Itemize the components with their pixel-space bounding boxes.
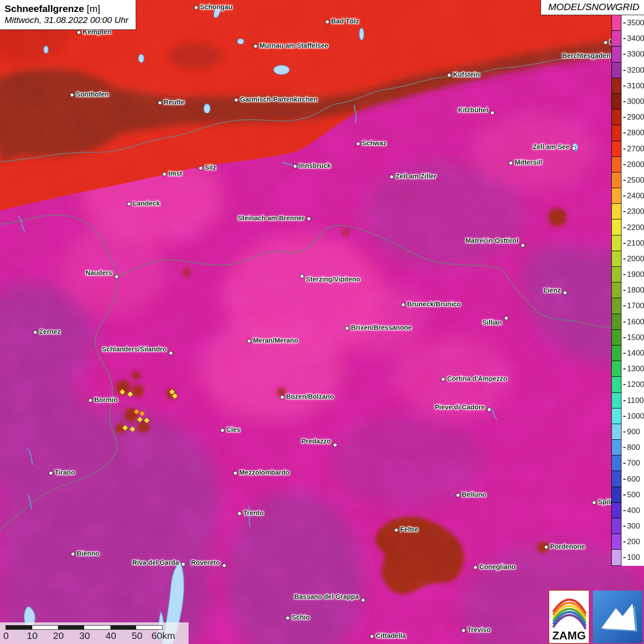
city-label-zell-am-ziller: Zell am Ziller [396, 172, 437, 181]
legend-row: 1600 [611, 314, 644, 330]
city-dot-bad-t-lz [325, 20, 329, 24]
city-dot-predazzo [333, 443, 337, 447]
city-dot-sterzing-vipiteno [300, 274, 304, 278]
city-dot-sillian [504, 316, 508, 320]
legend-color-swatch [611, 345, 621, 361]
city-label-rovereto: Rovereto [191, 558, 220, 567]
legend-value: 1900 [621, 267, 644, 282]
city-dot-bassano-del-grappa [361, 598, 365, 602]
scalebar-segment [136, 626, 162, 629]
legend-row: 800 [611, 440, 644, 455]
city-label-conegliano: Conegliano [479, 563, 516, 571]
legend-value: 800 [621, 440, 644, 455]
city-dot-sonthofen [70, 93, 74, 97]
city-dot-silz [199, 166, 203, 170]
legend-row: 1900 [611, 267, 644, 282]
legend-value: 2600 [621, 157, 644, 172]
legend-color-swatch [611, 141, 621, 157]
legend-color-swatch [611, 235, 621, 251]
city-label-schongau: Schongau [200, 3, 232, 12]
city-dot-cles [220, 428, 224, 432]
city-label-mittersill: Mittersill [515, 158, 542, 167]
legend-color-swatch [611, 549, 621, 565]
city-dot-garmisch-partenkirchen [234, 98, 238, 102]
city-dot-nauders [115, 275, 119, 279]
city-dot-schlanders-silandro [169, 351, 173, 355]
city-dot-zell-am-ziller [390, 175, 394, 179]
city-label-garmisch-partenkirchen: Garmisch-Partenkirchen [240, 95, 317, 104]
scalebar: 0102030405060km [0, 622, 189, 644]
city-label-belluno: Belluno [462, 490, 486, 499]
legend-row: 2700 [611, 141, 644, 157]
scalebar-tick-label: 20 [53, 630, 63, 641]
city-dot-reutte [158, 101, 162, 105]
scalebar-segment [110, 626, 137, 629]
legend-row: 3100 [611, 78, 644, 94]
legend-value: 200 [621, 534, 644, 550]
city-label-bassano-del-grappa: Bassano del Grappa [294, 592, 359, 601]
legend-color-swatch [611, 282, 621, 298]
city-dot-pieve-di-cadore [487, 408, 491, 412]
zamg-logo: ZAMG [548, 590, 590, 644]
city-dot-murnau-am-staffelsee [253, 44, 258, 48]
legend-value: 3200 [621, 63, 644, 78]
legend-color-swatch [611, 172, 621, 188]
city-label-pordenone: Pordenone [550, 542, 585, 551]
legend-color-swatch [611, 376, 621, 392]
legend-value: 2000 [621, 251, 644, 267]
legend-color-swatch [611, 471, 621, 487]
city-dot-schwaz [356, 142, 360, 146]
city-dot-schongau [194, 6, 198, 10]
city-dot-bruneck-brunico [401, 303, 405, 307]
legend-color-swatch [611, 125, 621, 141]
legend-row: 3400 [611, 31, 644, 46]
scalebar-tick-label: 10 [27, 630, 37, 641]
city-dot-kempten [77, 30, 81, 34]
city-label-berchtesgaden: Berchtesgaden [562, 52, 610, 60]
legend-color-swatch [611, 392, 621, 408]
legend-color-swatch [611, 298, 621, 314]
legend-value: 2700 [621, 141, 644, 157]
scalebar-tick-label: 40 [105, 630, 116, 641]
legend-row: 2200 [611, 219, 644, 235]
city-label-sterzing-vipiteno: Sterzing/Vipiteno [306, 275, 360, 284]
city-dot-kitzb-hel [490, 111, 494, 115]
title-unit: [m] [87, 3, 100, 14]
city-dot-treviso [461, 628, 466, 632]
city-label-lienz: Lienz [544, 286, 561, 295]
legend-row: 2800 [611, 125, 644, 141]
city-dot-spilimbergo [592, 500, 596, 505]
city-label-cittadella: Cittadella [376, 632, 406, 640]
city-dot-meran-merano [247, 339, 251, 343]
city-label-bienno: Bienno [77, 549, 99, 558]
legend-value: 2300 [621, 204, 644, 219]
legend-row: 3300 [611, 46, 644, 62]
city-label-cles: Cles [226, 426, 241, 434]
legend-row: 1300 [611, 361, 644, 377]
city-label-schwaz: Schwaz [362, 139, 386, 148]
city-dot-schio [286, 616, 290, 620]
city-label-steinach-am-brenner: Steinach am Brenner [238, 214, 305, 223]
legend-row: 2900 [611, 109, 644, 125]
legend-row: 2000 [611, 251, 644, 267]
scalebar-tick-label: 30 [79, 630, 90, 641]
city-label-reutte: Reutte [164, 98, 184, 107]
legend-color-swatch [611, 156, 621, 172]
scalebar-segment [58, 626, 84, 629]
city-dot-feltre [394, 528, 398, 532]
city-dot-belluno [456, 493, 460, 497]
legend-color-swatch [611, 188, 621, 204]
legend: 3500340033003200310030002900280027002600… [611, 15, 644, 566]
legend-value: 2100 [621, 236, 644, 251]
zamg-logo-text: ZAMG [552, 629, 586, 642]
city-dot-hallein [604, 40, 608, 45]
legend-color-swatch [611, 46, 621, 62]
city-dot-cortina-d-ampezzo [441, 377, 445, 381]
zamg-rainbow-icon [554, 600, 586, 628]
city-label-schio: Schio [292, 613, 310, 622]
city-dot-pordenone [544, 545, 548, 549]
legend-row: 2600 [611, 157, 644, 172]
legend-value: 1000 [621, 408, 644, 424]
legend-row: 3500 [611, 15, 644, 31]
legend-value: 3300 [621, 46, 644, 62]
